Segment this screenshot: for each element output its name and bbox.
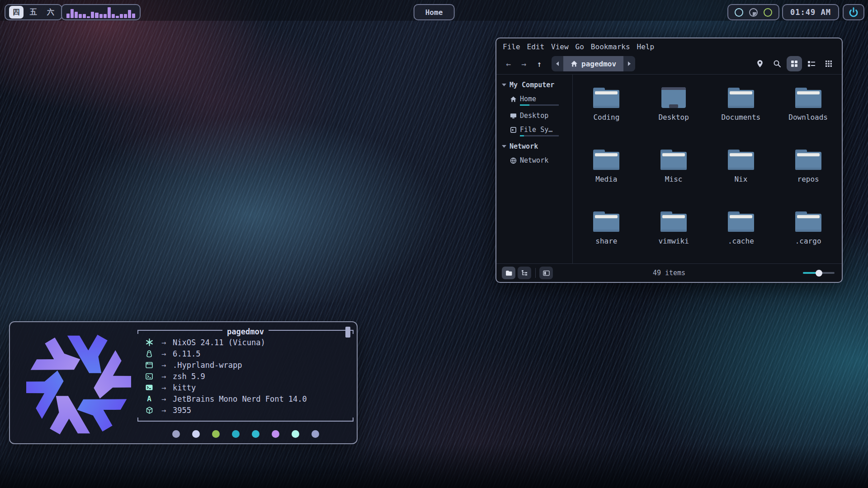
folder-icon [794, 209, 823, 234]
active-window-title[interactable]: Home [414, 4, 455, 20]
collapse-arrow-icon [502, 84, 506, 86]
folder-repos[interactable]: repos [774, 141, 842, 203]
shell-value: zsh 5.9 [173, 372, 205, 381]
visualizer-bar [116, 16, 119, 18]
menu-help[interactable]: Help [637, 42, 655, 51]
sidebar-item-network[interactable]: Network [510, 156, 572, 164]
sidebar-section-network[interactable]: Network [502, 142, 572, 150]
visualizer-bar [104, 14, 107, 18]
visualizer-bar [99, 14, 103, 18]
folder-label: Coding [593, 113, 619, 122]
zoom-slider[interactable] [803, 269, 835, 277]
tray-circle-gray[interactable] [749, 8, 758, 17]
font-value: JetBrains Mono Nerd Font 14.0 [173, 394, 307, 404]
sidebar-item-home[interactable]: Home [510, 95, 572, 106]
menu-go[interactable]: Go [576, 42, 584, 51]
sidebar-item-filesystem[interactable]: File Sy… [510, 126, 572, 136]
status-bar: 49 items [496, 264, 842, 282]
fastfetch-output: pagedmov → NixOS 24.11 (Vicuna) → 6.11.5… [137, 328, 354, 438]
clock-label: 01:49 AM [790, 8, 831, 17]
audio-visualizer-bars [66, 6, 135, 18]
compact-view-button[interactable] [821, 56, 836, 71]
kernel-icon [146, 350, 152, 357]
folder-coding[interactable]: Coding [573, 79, 640, 141]
folder-share[interactable]: share [573, 203, 640, 265]
location-button[interactable] [752, 56, 768, 71]
folder-misc[interactable]: Misc [640, 141, 708, 203]
palette-dot [212, 430, 220, 438]
arrow-glyph: → [155, 394, 173, 404]
slider-thumb[interactable] [816, 270, 822, 277]
system-tray [727, 4, 779, 20]
arrow-glyph: → [155, 372, 173, 381]
folder-label: share [595, 237, 617, 245]
folder-nix[interactable]: Nix [708, 141, 775, 203]
visualizer-bar [120, 14, 123, 18]
folder-dot-cargo[interactable]: .cargo [774, 203, 842, 265]
menu-edit[interactable]: Edit [527, 42, 545, 51]
workspace-5[interactable]: 五 [26, 6, 41, 19]
workspaces-module: 四 五 六 [5, 4, 62, 20]
fetch-row-os: → NixOS 24.11 (Vicuna) [144, 337, 354, 348]
hostname-label: pagedmov [222, 327, 269, 336]
folder-icon [659, 147, 688, 172]
folder-dot-cache[interactable]: .cache [708, 203, 775, 265]
visualizer-bar [95, 13, 98, 18]
tray-circle-cyan[interactable] [735, 8, 743, 17]
menu-file[interactable]: File [503, 42, 520, 51]
arrow-glyph: → [155, 406, 173, 415]
packages-icon [146, 407, 153, 414]
folder-grid: Coding Desktop Documents Downloads Media… [573, 75, 842, 263]
visualizer-bar [91, 12, 94, 18]
folder-documents[interactable]: Documents [708, 79, 775, 141]
path-segment-home[interactable]: pagedmov [563, 56, 623, 71]
folder-icon [726, 147, 755, 172]
folder-icon [592, 209, 621, 234]
fetch-row-wm: → .Hyprland-wrapp [144, 359, 354, 371]
sidebar-section-my-computer[interactable]: My Computer [502, 81, 572, 89]
folder-icon [726, 85, 755, 110]
desktop-folder-icon [659, 85, 688, 110]
folder-media[interactable]: Media [573, 141, 640, 203]
up-button[interactable]: ↑ [533, 59, 546, 69]
workspace-4[interactable]: 四 [9, 6, 24, 19]
search-button[interactable] [769, 56, 785, 71]
folder-desktop[interactable]: Desktop [640, 79, 708, 141]
compact-view-icon [825, 60, 832, 67]
list-view-icon [807, 60, 816, 67]
folder-downloads[interactable]: Downloads [774, 79, 842, 141]
palette-dot [311, 430, 319, 438]
visualizer-bar [128, 10, 131, 18]
folder-label: .cache [728, 237, 754, 245]
visualizer-bar [79, 14, 82, 18]
sidebar-section-label: Network [509, 142, 538, 150]
path-bar: pagedmov [552, 56, 635, 71]
icon-view-button[interactable] [787, 56, 802, 71]
folder-icon [794, 85, 823, 110]
folder-icon [592, 85, 621, 110]
path-scroll-left-button[interactable] [552, 56, 563, 71]
sidebar-section-label: My Computer [509, 81, 554, 89]
sidebar-item-desktop[interactable]: Desktop [510, 112, 572, 120]
clock[interactable]: 01:49 AM [782, 4, 839, 20]
forward-button[interactable]: → [517, 59, 531, 69]
menu-bookmarks[interactable]: Bookmarks [591, 42, 630, 51]
folder-vimwiki[interactable]: vimwiki [640, 203, 708, 265]
menu-view[interactable]: View [551, 42, 569, 51]
item-count-label: 49 items [496, 269, 842, 277]
folder-label: Documents [722, 113, 761, 122]
terminal-window: pagedmov → NixOS 24.11 (Vicuna) → 6.11.5… [9, 321, 358, 444]
path-scroll-right-button[interactable] [623, 56, 635, 71]
back-button[interactable]: ← [502, 59, 515, 69]
shell-icon [146, 373, 153, 380]
workspace-6[interactable]: 六 [43, 6, 58, 19]
tray-circle-green[interactable] [764, 8, 772, 17]
search-icon [773, 60, 781, 68]
power-button[interactable] [843, 4, 864, 20]
visualizer-bar [112, 14, 115, 18]
palette-dot [232, 430, 240, 438]
visualizer-bar [75, 12, 78, 18]
folder-label: Desktop [658, 113, 689, 122]
list-view-button[interactable] [804, 56, 819, 71]
terminal-value: kitty [173, 383, 196, 392]
